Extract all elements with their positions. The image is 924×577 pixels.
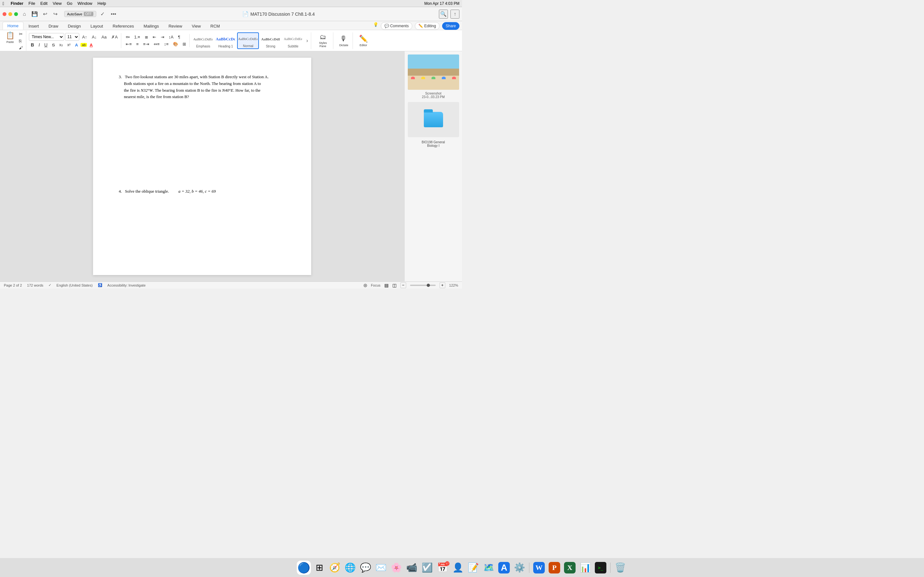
font-shrink-button[interactable]: A↓ <box>90 34 99 40</box>
document-area[interactable]: 3. Two fire-lookout stations are 30 mile… <box>0 51 404 282</box>
more-options-button[interactable]: ••• <box>109 10 118 19</box>
problem-3-line1: Two fire-lookout stations are 30 miles a… <box>125 74 268 79</box>
tab-mailings[interactable]: Mailings <box>139 23 164 30</box>
paste-button[interactable]: 📋 Paste <box>4 31 16 45</box>
style-normal-button[interactable]: AaBbCcDdEe Normal <box>237 32 259 49</box>
redo-button[interactable]: ↪ <box>51 10 60 19</box>
style-emphasis-button[interactable]: AaBbCcDdEe Emphasis <box>192 32 214 49</box>
numbered-button[interactable]: 1.≡ <box>132 34 142 40</box>
styles-pane-button[interactable]: 🗂 Styles Pane <box>314 32 332 49</box>
clear-formatting-button[interactable]: ✗A <box>110 34 120 40</box>
cut-button[interactable]: ✂ <box>17 31 25 37</box>
underline-button[interactable]: U <box>42 42 49 48</box>
document-page[interactable]: 3. Two fire-lookout stations are 30 mile… <box>93 58 311 275</box>
increase-indent-button[interactable]: ⇥ <box>159 34 166 40</box>
font-color-button[interactable]: A <box>87 42 94 48</box>
subscript-button[interactable]: x₂ <box>57 42 65 48</box>
checkmark-button[interactable]: ✓ <box>98 10 107 19</box>
change-case-button[interactable]: Aa <box>99 34 108 40</box>
blank-space <box>119 108 286 188</box>
highlight-button[interactable]: ab <box>81 43 87 47</box>
home-nav-button[interactable]: ⌂ <box>20 10 29 19</box>
menubar-help[interactable]: Help <box>97 1 106 6</box>
pilcrow-button[interactable]: ¶ <box>176 34 182 40</box>
bullets-button[interactable]: ≡▪ <box>124 34 132 40</box>
accessibility-text[interactable]: Accessibility: Investigate <box>107 284 145 287</box>
menubar-file[interactable]: File <box>29 1 35 6</box>
fullscreen-button[interactable] <box>14 12 18 16</box>
tab-rcm[interactable]: RCM <box>206 23 225 30</box>
text-effects-button[interactable]: A <box>73 42 80 48</box>
proofing-icon: ✓ <box>48 283 51 287</box>
lightbulb-icon: 💡 <box>373 22 378 30</box>
web-layout-button[interactable]: ◫ <box>393 283 397 288</box>
copy-button[interactable]: ⎘ <box>17 38 25 44</box>
doc-title-text: MAT170 Discussion 7 Ch8.1-8.4 <box>250 11 315 17</box>
strikethrough-button[interactable]: S <box>50 42 57 48</box>
heading1-text: AaBbCcDc <box>216 37 235 42</box>
style-strong-button[interactable]: AaBbCcDdI Strong <box>260 32 281 49</box>
align-left-button[interactable]: ⇤≡ <box>124 41 134 47</box>
zoom-in-button[interactable]: + <box>439 282 445 288</box>
multilevel-button[interactable]: ≣ <box>143 34 150 40</box>
editing-btn[interactable]: ✏️ Editing <box>415 22 439 30</box>
autosave-toggle[interactable]: AutoSave OFF <box>64 11 96 17</box>
tab-view[interactable]: View <box>187 23 205 30</box>
folder-container[interactable] <box>408 102 459 137</box>
menubar-window[interactable]: Window <box>78 1 92 6</box>
tab-references[interactable]: References <box>108 23 138 30</box>
tab-design[interactable]: Design <box>63 23 86 30</box>
focus-label[interactable]: Focus <box>371 284 381 287</box>
font-grow-button[interactable]: A↑ <box>80 34 89 40</box>
dictate-button[interactable]: 🎙 Dictate <box>336 32 351 49</box>
titlebar-share-button[interactable]: ↑ <box>451 10 459 19</box>
tab-draw[interactable]: Draw <box>44 23 63 30</box>
language-info[interactable]: English (United States) <box>57 284 93 287</box>
font-name-select[interactable]: Times New... <box>29 33 64 41</box>
editor-button[interactable]: ✏️ Editor <box>355 32 371 49</box>
borders-button[interactable]: ⊞ <box>181 41 188 47</box>
ribbon-tabs: Home Insert Draw Design Layout Reference… <box>0 21 462 30</box>
editor-icon: ✏️ <box>359 35 368 43</box>
bearing-b: N40°E <box>222 88 233 93</box>
comments-btn[interactable]: 💬 Comments <box>381 22 412 30</box>
style-heading1-preview: AaBbCcDc <box>216 34 235 45</box>
styles-chevron[interactable]: › <box>304 32 310 49</box>
tab-insert[interactable]: Insert <box>24 23 44 30</box>
sort-button[interactable]: ↕A <box>167 34 176 40</box>
clipboard-section: 📋 Paste ✂ ⎘ 🖌 <box>4 31 25 51</box>
titlebar-search-button[interactable]: 🔍 <box>439 10 448 19</box>
tab-review[interactable]: Review <box>164 23 187 30</box>
zoom-slider[interactable] <box>410 285 436 286</box>
font-size-select[interactable]: 11 <box>65 33 79 41</box>
screenshot-thumbnail[interactable] <box>408 55 459 90</box>
minimize-button[interactable] <box>8 12 12 16</box>
shading-button[interactable]: 🎨 <box>171 41 180 47</box>
zoom-out-button[interactable]: − <box>401 282 406 288</box>
focus-icon-button[interactable]: ◎ <box>363 283 367 287</box>
style-heading1-button[interactable]: AaBbCcDc Heading 1 <box>215 32 236 49</box>
print-layout-button[interactable]: ▤ <box>384 283 389 288</box>
justify-button[interactable]: ⇔≡ <box>152 41 162 47</box>
decrease-indent-button[interactable]: ⇤ <box>151 34 158 40</box>
menubar-finder[interactable]: Finder <box>11 1 23 6</box>
menubar-go[interactable]: Go <box>67 1 72 6</box>
bold-button[interactable]: B <box>29 42 36 48</box>
tab-home[interactable]: Home <box>3 22 23 30</box>
style-subtitle-button[interactable]: AaBbCcDdEe Subtitle <box>282 32 304 49</box>
tab-layout[interactable]: Layout <box>86 23 107 30</box>
share-btn[interactable]: Share <box>442 22 459 30</box>
superscript-button[interactable]: x² <box>65 42 73 48</box>
align-center-button[interactable]: ≡ <box>134 41 141 47</box>
align-right-button[interactable]: ≡⇥ <box>141 41 151 47</box>
undo-button[interactable]: ↩ <box>40 10 49 19</box>
apple-menu[interactable]:  <box>3 1 4 6</box>
menubar-view[interactable]: View <box>53 1 61 6</box>
styles-pane-group: 🗂 Styles Pane <box>312 32 333 49</box>
menubar-edit[interactable]: Edit <box>40 1 47 6</box>
save-nav-button[interactable]: 💾 <box>30 10 39 19</box>
italic-button[interactable]: I <box>37 42 42 48</box>
line-spacing-button[interactable]: ↕≡ <box>162 41 170 47</box>
format-painter-button[interactable]: 🖌 <box>17 45 25 51</box>
close-button[interactable] <box>3 12 6 16</box>
